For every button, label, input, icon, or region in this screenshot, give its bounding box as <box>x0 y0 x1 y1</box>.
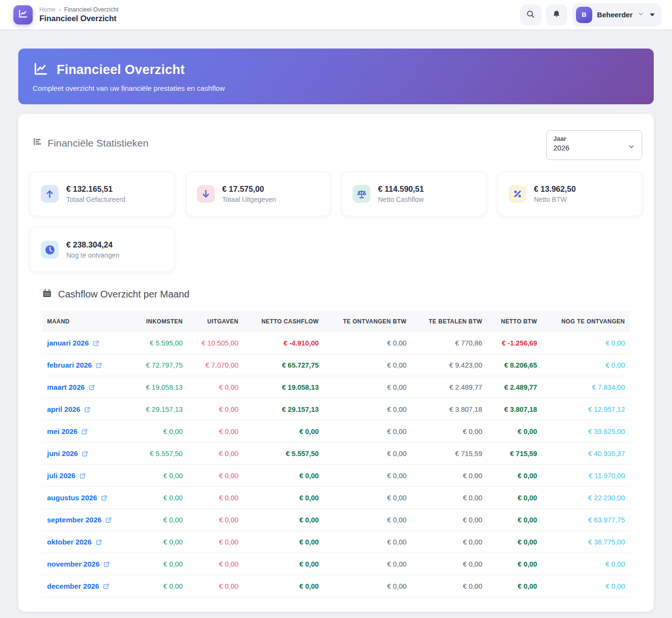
cell-inkomsten: € 5.595,00 <box>132 332 187 354</box>
cell-nog-te-ontvangen: € 11.970,00 <box>542 465 630 487</box>
month-link[interactable]: januari 2026 <box>47 339 99 347</box>
cell-te-ontvangen-btw: € 0,00 <box>324 443 412 465</box>
stat-label: Netto BTW <box>534 196 576 203</box>
cell-te-betalen-btw: € 770,86 <box>411 332 487 354</box>
cell-uitgaven: € 0,00 <box>187 465 243 487</box>
month-link[interactable]: december 2026 <box>47 582 110 590</box>
cell-inkomsten: € 0,00 <box>132 509 187 531</box>
clock-icon <box>41 241 59 259</box>
cell-te-betalen-btw: € 0,00 <box>411 553 487 575</box>
cell-te-betalen-btw: € 0,00 <box>411 420 487 443</box>
stat-value: € 238.304,24 <box>66 240 120 249</box>
table-row: september 2026€ 0,00€ 0,00€ 0,00€ 0,00€ … <box>42 509 630 531</box>
cell-maand: januari 2026 <box>42 332 132 354</box>
external-link-icon <box>84 406 91 413</box>
stats-heading: Financiële Statistieken <box>30 130 148 149</box>
month-link[interactable]: februari 2026 <box>47 361 102 369</box>
cell-uitgaven: € 7.070,00 <box>187 354 243 376</box>
stat-card-netto-cashflow: € 114.590,51 Netto Cashflow <box>342 172 487 216</box>
column-header: Netto Cashflow <box>243 311 323 332</box>
cell-te-betalen-btw: € 9.423,00 <box>411 354 487 376</box>
cell-uitgaven: € 10.505,00 <box>187 332 243 354</box>
cell-te-ontvangen-btw: € 0,00 <box>324 553 412 575</box>
breadcrumb: Home › Financieel Overzicht <box>39 6 119 13</box>
cell-netto-btw: € 0,00 <box>487 531 542 553</box>
cell-inkomsten: € 19.058,13 <box>132 376 187 398</box>
stat-card-totaal-gefactureerd: € 132.165,51 Totaal Gefactureerd <box>30 172 175 216</box>
cell-maand: februari 2026 <box>42 354 132 376</box>
month-link[interactable]: juni 2026 <box>47 449 88 457</box>
breadcrumb-home[interactable]: Home <box>39 6 55 13</box>
cell-inkomsten: € 72.797,75 <box>132 354 187 376</box>
table-row: december 2026€ 0,00€ 0,00€ 0,00€ 0,00€ 0… <box>42 575 630 597</box>
search-button[interactable] <box>520 4 541 25</box>
external-link-icon <box>93 340 99 346</box>
cell-te-ontvangen-btw: € 0,00 <box>324 487 412 509</box>
month-link-label: november 2026 <box>47 560 99 568</box>
arrow-down-icon <box>197 185 215 203</box>
cell-netto-cashflow: € 0,00 <box>243 553 323 575</box>
arrow-up-icon <box>41 185 59 203</box>
year-select-value: 2026 <box>553 144 635 152</box>
cell-netto-btw: € 3.807,18 <box>487 398 542 420</box>
cell-te-ontvangen-btw: € 0,00 <box>324 354 412 376</box>
month-link-label: december 2026 <box>47 582 99 590</box>
cell-te-betalen-btw: € 0,00 <box>411 465 487 487</box>
cell-netto-btw: € 0,00 <box>487 553 542 575</box>
cell-uitgaven: € 0,00 <box>187 509 243 531</box>
cashflow-section: Cashflow Overzicht per Maand MaandInkoms… <box>30 288 642 597</box>
cell-netto-cashflow: € 5.557,50 <box>243 443 323 465</box>
cell-uitgaven: € 0,00 <box>187 398 243 420</box>
cell-uitgaven: € 0,00 <box>187 575 243 597</box>
cell-maand: november 2026 <box>42 553 132 575</box>
stat-label: Totaal Uitgegeven <box>222 196 276 203</box>
year-select[interactable]: Jaar 2026 <box>546 130 642 160</box>
external-link-icon <box>103 583 110 590</box>
page-title: Financieel Overzicht <box>39 14 119 23</box>
month-link[interactable]: november 2026 <box>47 560 110 568</box>
month-link[interactable]: augustus 2026 <box>47 494 108 502</box>
cell-inkomsten: € 0,00 <box>132 487 187 509</box>
cell-uitgaven: € 0,00 <box>187 420 243 443</box>
app-logo[interactable] <box>13 5 33 25</box>
month-link[interactable]: oktober 2026 <box>47 538 102 546</box>
cell-nog-te-ontvangen: € 22.230,00 <box>542 487 630 509</box>
cell-netto-btw: € 0,00 <box>487 420 542 443</box>
table-row: augustus 2026€ 0,00€ 0,00€ 0,00€ 0,00€ 0… <box>42 487 630 509</box>
table-row: juli 2026€ 0,00€ 0,00€ 0,00€ 0,00€ 0,00€… <box>42 465 630 487</box>
cell-netto-cashflow: € 29.157,13 <box>243 398 323 420</box>
breadcrumb-current: Financieel Overzicht <box>64 6 119 13</box>
cell-uitgaven: € 0,00 <box>187 531 243 553</box>
cell-inkomsten: € 29.157,13 <box>132 398 187 420</box>
cell-netto-cashflow: € 0,00 <box>243 487 323 509</box>
cell-inkomsten: € 0,00 <box>132 553 187 575</box>
cell-nog-te-ontvangen: € 40.935,37 <box>542 443 630 465</box>
table-row: oktober 2026€ 0,00€ 0,00€ 0,00€ 0,00€ 0,… <box>42 531 630 553</box>
month-link-label: januari 2026 <box>47 339 89 347</box>
cell-maand: juli 2026 <box>42 465 132 487</box>
stat-card-totaal-uitgegeven: € 17.575,00 Totaal Uitgegeven <box>186 172 331 216</box>
cashflow-heading-label: Cashflow Overzicht per Maand <box>58 289 189 300</box>
external-link-icon <box>101 494 108 501</box>
table-row: mei 2026€ 0,00€ 0,00€ 0,00€ 0,00€ 0,00€ … <box>42 420 630 443</box>
month-link-label: juli 2026 <box>47 471 75 480</box>
month-link[interactable]: september 2026 <box>47 516 112 524</box>
column-header: Inkomsten <box>132 311 187 332</box>
month-link[interactable]: april 2026 <box>47 405 91 413</box>
notifications-button[interactable] <box>546 4 567 25</box>
user-menu[interactable]: B Beheerder <box>572 3 661 26</box>
stat-card-nog-te-ontvangen: € 238.304,24 Nog te ontvangen <box>30 227 175 272</box>
cashflow-table: MaandInkomstenUitgavenNetto CashflowTe O… <box>42 311 630 597</box>
top-navbar: Home › Financieel Overzicht Financieel O… <box>0 0 672 29</box>
month-link[interactable]: mei 2026 <box>47 427 88 435</box>
month-link[interactable]: juli 2026 <box>47 471 86 480</box>
external-link-icon <box>79 472 86 479</box>
cell-te-ontvangen-btw: € 0,00 <box>324 376 412 398</box>
cell-maand: juni 2026 <box>42 443 132 465</box>
month-link[interactable]: maart 2026 <box>47 383 95 391</box>
cell-nog-te-ontvangen: € 0,00 <box>542 354 630 376</box>
cell-netto-cashflow: € 0,00 <box>243 420 323 443</box>
chart-line-icon <box>33 61 49 79</box>
cell-netto-btw: € 0,00 <box>487 575 542 597</box>
scale-icon <box>353 185 370 203</box>
